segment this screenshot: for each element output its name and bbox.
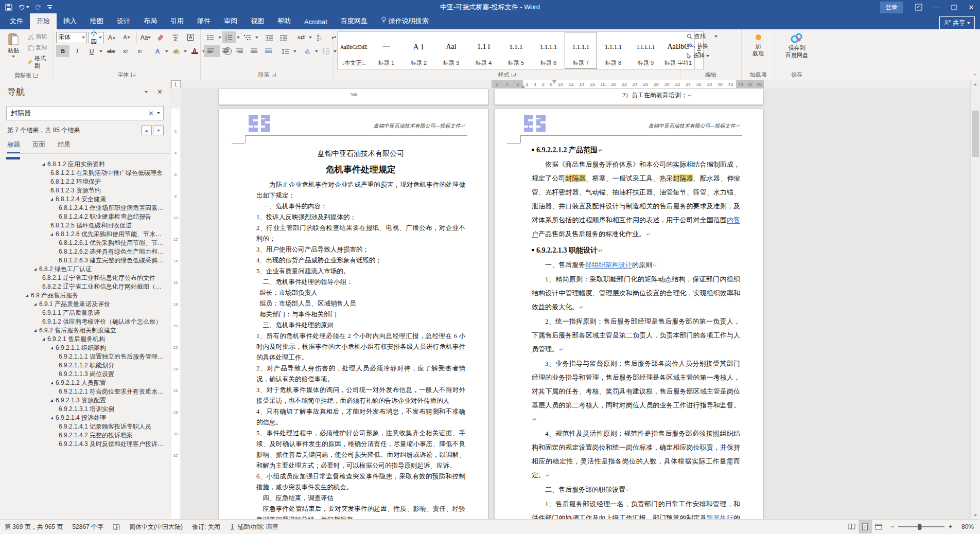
tab-百度网盘[interactable]: 百度网盘 (334, 13, 374, 29)
collapse-triangle-icon[interactable] (50, 382, 53, 384)
select-button[interactable]: 选择 (685, 51, 737, 61)
paragraph[interactable]: 应急事件处置结束后，要对突发事件的起因、性质、影响、责任、经验教训等问题进行总结… (256, 504, 465, 520)
first-line-indent-marker[interactable] (552, 80, 556, 84)
zoom-in-button[interactable]: + (949, 523, 952, 530)
maximize-button[interactable] (945, 0, 962, 14)
superscript-button[interactable]: x2 (133, 45, 147, 57)
bullets-button[interactable] (204, 31, 217, 43)
paragraph[interactable]: 相关部门：与事件相关部门 (256, 309, 465, 320)
paragraph[interactable]: 组长：市场部负责人 (256, 288, 465, 298)
close-button[interactable]: ✕ (962, 0, 980, 14)
style-标题 6[interactable]: 1.1.1.1标题 6 (532, 32, 565, 69)
cut-button[interactable]: 剪切 (26, 32, 50, 42)
character-border-button[interactable]: A (184, 31, 197, 43)
heading-item[interactable]: 6.9.2.1.4.3 及时反馈和处理客户投诉资料 (0, 440, 170, 449)
tab-审阅[interactable]: 审阅 (217, 13, 244, 29)
collapse-triangle-icon[interactable] (50, 347, 53, 349)
heading-item[interactable]: 6.8.1.2.5 循环低碳和回收促进 (0, 221, 170, 230)
line-spacing-button[interactable] (279, 45, 292, 57)
clear-formatting-button[interactable] (154, 31, 167, 43)
paragraph[interactable]: 3、对于危机事件媒体的询问，公司统一对外发布信息，一般人不得对外接受采访，也不能… (256, 385, 465, 406)
nav-options-chevron-icon[interactable] (145, 91, 148, 93)
heading-item[interactable]: 6.8.1.2.6.3 建立完整的绿色低碳采购档案 (0, 256, 170, 265)
increase-indent-button[interactable] (277, 31, 290, 43)
style-标题 8[interactable]: 1.1.1.1标题 8 (597, 32, 629, 69)
paragraph[interactable]: 二、售后服务部的职能设置↵ (532, 483, 740, 497)
tab-操作说明搜索[interactable]: 操作说明搜索 (374, 13, 435, 29)
paragraph[interactable]: 4、只有确切了解事故真相后，才能对外发布消息，不发布猜测和不准确的信息。 (256, 406, 465, 428)
multilevel-list-button[interactable] (241, 31, 254, 43)
font-size-combo[interactable]: 小四 (89, 32, 103, 43)
heading-item[interactable]: 6.8.2.1 辽宁省工业和信息化厅公布的文件 (0, 274, 170, 282)
collapse-triangle-icon[interactable] (42, 338, 45, 341)
paragraph[interactable]: 一、危机事件的内容： (256, 201, 465, 212)
change-case-button[interactable]: Aa (139, 31, 152, 43)
heading-item[interactable]: 6.9.1.2 供应商考核评价（确认这个怎么放） (0, 317, 170, 326)
customize-qat-icon[interactable] (47, 5, 52, 9)
web-layout-button[interactable] (872, 520, 885, 533)
paste-button[interactable]: 粘贴 (2, 31, 25, 68)
nav-tab-结果[interactable]: 结果 (58, 140, 71, 153)
tab-Acrobat[interactable]: Acrobat (297, 15, 334, 29)
paragraph[interactable]: 4、规范性及灵活性原则：规范性是指售后服务部必须按照组织结构和固定的规定设置岗位… (532, 426, 740, 483)
heading-item[interactable]: 6.9.2.1.2.1 符合岗位要求并有资质水平的... (0, 387, 170, 396)
heading-item[interactable]: 6.9.2.1.3 资源配置 (0, 396, 170, 405)
search-input[interactable] (10, 109, 145, 118)
underline-button[interactable]: U (85, 45, 98, 57)
tab-布局[interactable]: 布局 (137, 13, 164, 29)
asian-layout-button[interactable]: ᴀ⇄ (294, 31, 308, 43)
nav-search-box[interactable]: ✕ (6, 106, 164, 120)
paragraph[interactable]: 1、售后服务部设经理一名，负责部门的日常工作安排和管理，和供件部门的协调工作及向… (532, 497, 740, 520)
paragraph[interactable]: 1、精简原则：采取职能部门化的矩阵动态结构，保证部门内组织结构设计中管理幅度、管… (532, 272, 740, 314)
heading-item[interactable]: 6.9.2.1.3.1 培训实例 (0, 405, 170, 414)
heading-item[interactable]: 6.8.1.2.3 资源节约 (0, 186, 170, 195)
track-changes-indicator[interactable]: 修订: 关闭 (187, 523, 225, 531)
collapse-triangle-icon[interactable] (42, 163, 45, 166)
replace-button[interactable]: ab↷替换 (685, 41, 737, 51)
heading-item[interactable]: 6.9.2.1.1 组织架构 (0, 344, 170, 352)
word-count[interactable]: 52867 个字 (67, 523, 108, 531)
paragraph[interactable]: 5、企业有质量问题流入市场的。 (256, 266, 465, 277)
paragraph[interactable]: 6、小组成员应加强日常监督检查突发事件隐患，采取有效的预防和控制措施，减少突发事… (256, 471, 465, 493)
paragraph[interactable]: 2、行业主管部门的联合检查结果要在报纸、电视、广播公布，对企业不利的； (256, 223, 465, 244)
highlight-color-button[interactable]: ab (169, 45, 183, 57)
collapse-triangle-icon[interactable] (34, 303, 37, 306)
heading-item[interactable]: 6.9.2.1.1.2 职能划分 (0, 361, 170, 370)
heading-item[interactable]: 6.8.1.2.1 在采购活动中推广绿色低碳理念 (0, 169, 170, 177)
heading-item[interactable]: 6.9 产品售后服务 (0, 291, 170, 300)
document-section-title[interactable]: 危机事件处理规定 (256, 164, 465, 175)
heading-item[interactable]: 6.9.2.1.2 人员配置 (0, 379, 170, 387)
previous-page-left-partial[interactable]: 366 (219, 88, 488, 105)
tab-设计[interactable]: 设计 (110, 13, 137, 29)
heading-item[interactable]: 6.8.1.2.6.2 选择具有绿色生产能力和环保... (0, 247, 170, 256)
distribute-button[interactable] (261, 45, 275, 57)
paragraph[interactable]: 1、所有的危机事件处理必须在 2 个小时内向总经理汇报，总经理在 6 小时内及时… (256, 331, 465, 363)
font-color-button[interactable]: A (188, 45, 201, 57)
align-center-button[interactable] (218, 45, 232, 57)
heading-item[interactable]: 6.9.2.1.1.3 岗位设置 (0, 370, 170, 379)
signin-button[interactable]: 登录 (880, 2, 903, 13)
collapse-triangle-icon[interactable] (50, 399, 53, 402)
zoom-percentage[interactable]: 80% (957, 523, 980, 530)
paragraph[interactable]: 一、售后服务部组织架构设计的原则↵ (532, 258, 740, 272)
heading[interactable]: 6.9.2.2.1.2 产品范围↵ (532, 143, 740, 157)
bold-button[interactable]: B (56, 45, 69, 57)
paragraph[interactable]: 1、投诉人反映强烈涉及到媒体的； (256, 212, 465, 223)
undo-icon[interactable] (18, 4, 29, 11)
tab-开始[interactable]: 开始 (30, 13, 57, 29)
tab-视图[interactable]: 视图 (244, 13, 271, 29)
paragraph[interactable]: 3、用户使用公司产品导致人身损害的； (256, 244, 465, 255)
nav-close-icon[interactable]: ✕ (157, 88, 163, 96)
paragraph[interactable]: 2、对产品导致人身伤害的，处理人员必须冷静对待，应了解受害者情况，确认有关的赔偿… (256, 363, 465, 385)
tab-邮件[interactable]: 邮件 (190, 13, 217, 29)
align-right-button[interactable] (233, 45, 246, 57)
paragraph[interactable]: 四、应急结束，调查评估 (256, 493, 465, 504)
heading-item[interactable]: 6.9.2.1.4.1 记录顾客投诉专职人员 (0, 422, 170, 431)
page-left[interactable]: 盘锦中亚石油技术有限公司—投标文件↵ 盘锦中亚石油技术有限公司 危机事件处理规定… (219, 109, 488, 520)
search-clear-icon[interactable]: ✕ (145, 110, 157, 117)
heading-item[interactable]: 6.9.2 售后服务相关制度建立 (0, 326, 170, 335)
numbering-button[interactable]: 123 (222, 31, 236, 43)
paragraph[interactable]: 组员：市场部人员、区域销售人员 (256, 298, 465, 309)
collapse-triangle-icon[interactable] (26, 294, 28, 297)
styles-dialog-launcher[interactable] (512, 73, 516, 77)
